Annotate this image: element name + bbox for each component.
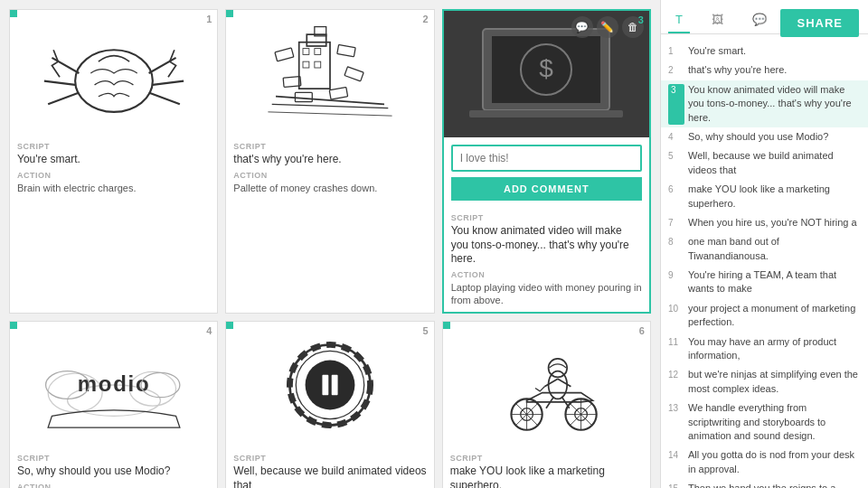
- script-text-11: You may have an army of product informat…: [688, 335, 861, 363]
- card-2-script-label: SCRIPT: [233, 142, 426, 151]
- script-item-8[interactable]: 8one man band out of Tiwanandianousa.: [661, 232, 868, 266]
- svg-line-2: [48, 92, 79, 104]
- script-item-13[interactable]: 13We handle everything from scriptwritin…: [661, 399, 868, 446]
- script-item-5[interactable]: 5Well, because we build animated videos …: [661, 146, 868, 180]
- corner-tl: [10, 10, 17, 17]
- card-3-action-label: ACTION: [451, 270, 642, 279]
- card-4-image: modio: [10, 322, 217, 448]
- brain-illustration: [33, 19, 195, 127]
- svg-rect-14: [275, 48, 294, 61]
- script-num-13: 13: [668, 402, 684, 443]
- card-4: modio 4 SCRIPT So, why should you use Mo…: [9, 321, 218, 488]
- card-1-script: You're smart.: [17, 153, 210, 167]
- svg-rect-39: [322, 375, 328, 395]
- script-text-10: your project a monument of marketing per…: [688, 302, 861, 330]
- script-item-3[interactable]: 3You know animated video will make you t…: [661, 80, 868, 127]
- card-1-script-label: SCRIPT: [17, 142, 210, 151]
- card-1: 1 SCRIPT You're smart. ACTION Brain with…: [9, 9, 218, 314]
- svg-line-22: [268, 112, 392, 116]
- svg-line-47: [545, 380, 559, 388]
- card-6-image: [443, 322, 650, 448]
- svg-point-42: [327, 423, 332, 427]
- money-illustration: [249, 19, 411, 127]
- superhero-illustration: [465, 331, 627, 439]
- script-text-4: So, why should you use Modio?: [688, 130, 861, 144]
- script-num-5: 5: [668, 150, 684, 177]
- card-1-image: [10, 10, 217, 136]
- svg-rect-12: [303, 61, 309, 68]
- svg-rect-19: [329, 88, 347, 99]
- card-2-number: 2: [423, 14, 429, 24]
- script-num-14: 14: [668, 449, 684, 476]
- script-num-10: 10: [668, 303, 684, 330]
- script-item-2[interactable]: 2that's why you're here.: [661, 61, 868, 80]
- bubble-icon[interactable]: 💬: [571, 16, 593, 38]
- corner-tl-5: [226, 322, 233, 329]
- card-5-image: [226, 322, 433, 448]
- svg-point-46: [549, 359, 568, 378]
- svg-rect-15: [337, 44, 355, 56]
- card-4-footer: 4 SCRIPT So, why should you use Modio? A…: [10, 448, 217, 488]
- script-num-4: 4: [668, 131, 684, 144]
- card-3-image: $ 💬 ✏️ 🗑: [444, 11, 649, 137]
- svg-point-41: [327, 343, 332, 347]
- svg-line-4: [153, 81, 184, 85]
- card-1-number: 1: [206, 14, 212, 24]
- script-num-11: 11: [668, 336, 684, 363]
- card-4-script-label: SCRIPT: [17, 454, 210, 463]
- card-3-icons: 💬 ✏️ 🗑: [571, 16, 644, 38]
- svg-rect-10: [303, 49, 309, 55]
- script-item-12[interactable]: 12but we're ninjas at simplifying even t…: [661, 365, 868, 399]
- svg-rect-18: [295, 92, 312, 101]
- card-3-script: You know animated video will make you to…: [451, 224, 642, 267]
- card-3-footer: 3 SCRIPT You know animated video will ma…: [444, 208, 649, 312]
- corner-tl-4: [10, 322, 17, 329]
- add-comment-button[interactable]: ADD COMMENT: [451, 177, 642, 201]
- card-2-script: that's why you're here.: [233, 153, 426, 167]
- card-1-action: Brain with electric charges.: [17, 182, 210, 194]
- card-6-number: 6: [639, 325, 645, 336]
- script-text-2: that's why you're here.: [688, 63, 861, 77]
- svg-text:$: $: [540, 54, 554, 82]
- tab-comment[interactable]: 💬: [745, 7, 774, 33]
- card-5: 5 SCRIPT Well, because we build animated…: [225, 321, 434, 488]
- panel-script-list: 1You're smart.2that's why you're here.3Y…: [661, 34, 868, 488]
- right-panel: T 🖼 💬 1You're smart.2that's why you're h…: [660, 0, 868, 488]
- script-text-9: You're hiring a TEAM, A team that wants …: [688, 268, 861, 296]
- script-text-3: You know animated video will make you to…: [688, 83, 861, 125]
- card-6-script-label: SCRIPT: [450, 454, 643, 463]
- script-item-1[interactable]: 1You're smart.: [661, 42, 868, 61]
- script-item-14[interactable]: 14All you gotta do is nod from your desk…: [661, 446, 868, 479]
- script-text-1: You're smart.: [688, 44, 861, 58]
- script-num-2: 2: [668, 64, 684, 77]
- card-5-script: Well, because we build animated videos t…: [233, 465, 426, 488]
- card-4-script: So, why should you use Modio?: [17, 465, 210, 479]
- svg-line-1: [44, 81, 75, 85]
- script-num-15: 15: [668, 483, 684, 488]
- script-text-7: When you hire us, you're NOT hiring a: [688, 216, 861, 230]
- card-5-script-label: SCRIPT: [233, 454, 426, 463]
- svg-rect-13: [315, 61, 321, 68]
- script-item-15[interactable]: 15Then we hand you the reigns to a bona-…: [661, 479, 868, 488]
- script-num-7: 7: [668, 217, 684, 230]
- card-2-action-label: ACTION: [233, 171, 426, 180]
- card-1-footer: 1 SCRIPT You're smart. ACTION Brain with…: [10, 136, 217, 200]
- corner-tl-2: [226, 10, 233, 17]
- card-3-action: Laptop playing video with money pouring …: [451, 281, 642, 307]
- card-6: 6 SCRIPT make YOU look like a marketing …: [442, 321, 651, 488]
- card-4-number: 4: [206, 325, 212, 336]
- script-item-10[interactable]: 10your project a monument of marketing p…: [661, 299, 868, 333]
- share-button[interactable]: SHARE: [780, 9, 859, 37]
- script-item-7[interactable]: 7When you hire us, you're NOT hiring a: [661, 213, 868, 232]
- script-item-4[interactable]: 4So, why should you use Modio?: [661, 127, 868, 146]
- card-5-footer: 5 SCRIPT Well, because we build animated…: [226, 448, 433, 488]
- edit-icon[interactable]: ✏️: [597, 16, 618, 38]
- script-item-11[interactable]: 11You may have an army of product inform…: [661, 333, 868, 366]
- comment-input[interactable]: [451, 145, 642, 172]
- tab-text[interactable]: T: [668, 7, 690, 33]
- card-6-footer: 6 SCRIPT make YOU look like a marketing …: [443, 448, 650, 488]
- corner-tl-6: [443, 322, 450, 329]
- tab-image[interactable]: 🖼: [704, 7, 731, 33]
- script-item-9[interactable]: 9You're hiring a TEAM, A team that wants…: [661, 266, 868, 299]
- script-item-6[interactable]: 6make YOU look like a marketing superher…: [661, 180, 868, 213]
